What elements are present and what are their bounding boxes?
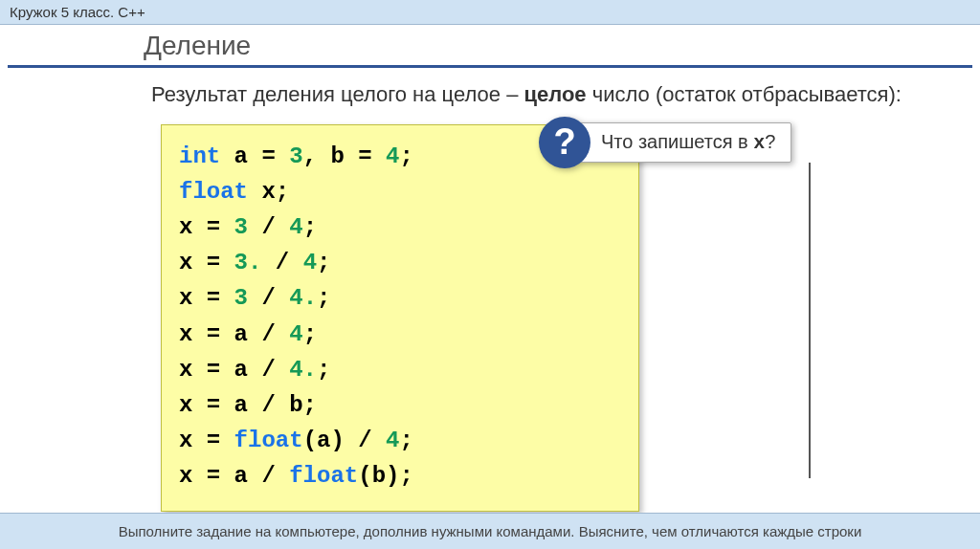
callout-text-before: Что запишется в (601, 131, 753, 152)
code-t: / (261, 250, 302, 275)
code-num: 3 (289, 143, 302, 169)
code-t: ; (303, 214, 317, 240)
question-mark-icon: ? (539, 117, 590, 168)
code-t: / (248, 214, 289, 240)
desc-bold: целое (523, 82, 586, 106)
code-num: 4 (289, 214, 302, 240)
code-t: (a) / (303, 428, 386, 453)
question-mark: ? (553, 121, 575, 163)
header-bar: Кружок 5 класс. C++ (0, 0, 980, 25)
code-kw: int (179, 143, 220, 169)
code-num: 4 (386, 143, 399, 169)
desc-suffix: число (остаток отбрасывается): (587, 82, 902, 106)
code-num: 4. (289, 285, 317, 311)
question-bubble: Что запишется в x? (573, 122, 791, 163)
code-t: x = (179, 214, 234, 240)
code-num: 4 (386, 428, 399, 453)
code-kw: float (179, 179, 248, 205)
content-row: int a = 3, b = 4; float x; x = 3 / 4; x … (161, 124, 980, 513)
code-t: / (248, 285, 289, 311)
code-t: x = a / (179, 321, 289, 347)
code-num: 3. (234, 250, 262, 275)
slide-body: Деление Результат деления целого на цело… (0, 25, 980, 512)
slide-title: Деление (0, 25, 980, 63)
code-t: a = (220, 143, 289, 169)
code-t: ; (317, 250, 330, 275)
callout-var: x (753, 132, 765, 154)
code-t: x = a / b; (179, 392, 317, 418)
code-t: ; (399, 143, 412, 169)
code-t: ; (399, 428, 412, 453)
footer-text: Выполните задание на компьютере, дополни… (119, 523, 862, 539)
code-t: , b = (303, 143, 386, 169)
description: Результат деления целого на целое – цело… (0, 68, 980, 119)
code-t: x = (179, 250, 234, 275)
code-t: x; (248, 179, 289, 205)
vertical-divider (809, 163, 811, 478)
code-t: ; (317, 285, 330, 311)
code-num: 4. (289, 357, 317, 383)
code-num: 4 (303, 250, 317, 275)
code-kw: float (234, 428, 303, 453)
code-num: 3 (234, 214, 248, 240)
code-t: x = (179, 285, 234, 311)
question-callout: ? Что запишется в x? (539, 117, 791, 168)
code-num: 4 (289, 321, 302, 347)
code-box: int a = 3, b = 4; float x; x = 3 / 4; x … (161, 124, 639, 513)
footer-bar: Выполните задание на компьютере, дополни… (0, 513, 980, 549)
code-t: x = a / (179, 357, 289, 383)
code-t: x = a / (179, 463, 289, 489)
code-kw: float (289, 463, 358, 489)
code-t: x = (179, 428, 234, 453)
desc-prefix: Результат деления целого на целое – (151, 82, 523, 106)
code-t: (b); (358, 463, 413, 489)
code-t: ; (303, 321, 317, 347)
callout-text-after: ? (765, 131, 775, 152)
header-text: Кружок 5 класс. C++ (10, 4, 145, 20)
code-num: 3 (234, 285, 248, 311)
code-t: ; (317, 357, 330, 383)
